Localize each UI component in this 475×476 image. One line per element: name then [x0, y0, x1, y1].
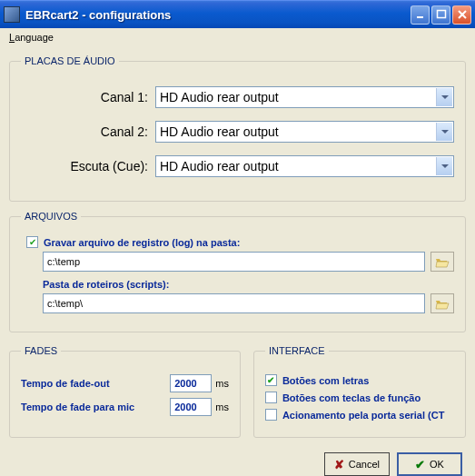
dropdown-channel-2-value: HD Audio rear output [160, 124, 279, 139]
dropdown-channel-1[interactable]: HD Audio rear output [155, 86, 454, 108]
close-button[interactable] [452, 5, 471, 25]
input-scripts-path[interactable]: c:\temp\ [43, 293, 425, 313]
chevron-down-icon[interactable] [436, 123, 452, 141]
label-scripts: Pasta de roteiros (scripts): [43, 279, 454, 290]
label-cue: Escuta (Cue): [21, 159, 155, 174]
svg-rect-0 [417, 16, 423, 18]
folder-open-icon [435, 297, 450, 310]
dropdown-cue-value: HD Audio rear output [160, 159, 279, 174]
input-log-path[interactable]: c:\temp [43, 252, 425, 272]
app-icon [4, 6, 20, 23]
label-fkeys: Botões com teclas de função [282, 392, 421, 403]
checkbox-log-enable[interactable]: ✔ [26, 236, 38, 248]
unit-fade-out: ms [215, 378, 229, 389]
svg-rect-1 [437, 11, 445, 18]
maximize-button[interactable] [431, 5, 450, 25]
legend-audio: PLACAS DE ÁUDIO [21, 55, 119, 66]
fieldset-interface: INTERFACE ✔ Botões com letras Botões com… [253, 345, 466, 438]
label-letters: Botões com letras [282, 375, 369, 386]
menu-language-rest: anguage [15, 32, 54, 43]
label-channel-2: Canal 2: [21, 124, 155, 139]
fieldset-audio: PLACAS DE ÁUDIO Canal 1: HD Audio rear o… [9, 55, 466, 202]
dropdown-channel-1-value: HD Audio rear output [160, 90, 279, 104]
label-channel-1: Canal 1: [21, 90, 155, 104]
ok-button-label: OK [430, 459, 444, 470]
input-log-path-value: c:\temp [47, 256, 80, 267]
checkbox-serial[interactable] [265, 409, 277, 421]
checkbox-letters[interactable]: ✔ [265, 374, 277, 386]
legend-interface: INTERFACE [265, 345, 329, 356]
window-title: EBRcart2 - configurations [25, 8, 411, 22]
checkbox-fkeys[interactable] [265, 392, 277, 403]
label-fade-out: Tempo de fade-out [21, 378, 170, 389]
browse-scripts-button[interactable] [430, 293, 454, 313]
fieldset-fades: FADES Tempo de fade-out 2000 ms Tempo de… [9, 345, 241, 438]
chevron-down-icon[interactable] [436, 157, 452, 175]
browse-log-button[interactable] [430, 252, 454, 272]
input-fade-out-value: 2000 [174, 378, 196, 389]
input-scripts-path-value: c:\temp\ [47, 298, 83, 309]
titlebar: EBRcart2 - configurations [0, 0, 475, 28]
fieldset-arquivos: ARQUIVOS ✔ Gravar arquivo de registro (l… [9, 211, 466, 332]
input-fade-mic[interactable]: 2000 [170, 398, 212, 416]
cancel-button-label: Cancel [349, 459, 380, 470]
legend-arquivos: ARQUIVOS [21, 211, 81, 222]
menu-language[interactable]: Language [4, 30, 59, 45]
input-fade-mic-value: 2000 [174, 402, 196, 412]
x-icon: ✘ [334, 458, 344, 471]
ok-button[interactable]: ✔ OK [397, 452, 462, 476]
dropdown-cue[interactable]: HD Audio rear output [155, 155, 454, 177]
label-log: Gravar arquivo de registro (log) na past… [44, 237, 240, 248]
label-fade-mic: Tempo de fade para mic [21, 402, 170, 412]
menubar: Language [0, 28, 475, 46]
check-icon: ✔ [415, 458, 425, 471]
cancel-button[interactable]: ✘ Cancel [324, 452, 390, 476]
label-serial: Acionamento pela porta serial (CT [282, 410, 444, 421]
minimize-button[interactable] [411, 5, 430, 25]
input-fade-out[interactable]: 2000 [170, 374, 212, 392]
unit-fade-mic: ms [215, 402, 229, 412]
chevron-down-icon[interactable] [436, 88, 452, 106]
folder-open-icon [435, 255, 450, 268]
legend-fades: FADES [21, 345, 61, 356]
dropdown-channel-2[interactable]: HD Audio rear output [155, 121, 454, 143]
